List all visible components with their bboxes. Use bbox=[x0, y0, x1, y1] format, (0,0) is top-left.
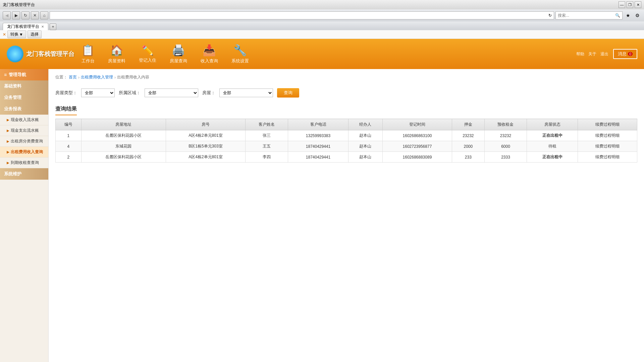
top-right: 帮助 关于 退出 消息 0 bbox=[574, 49, 637, 59]
cash-expense-label: 现金支出流水账 bbox=[11, 128, 39, 133]
translate-btn[interactable]: 转换 ▼ bbox=[7, 31, 26, 38]
restore-btn[interactable]: ❐ bbox=[627, 1, 633, 8]
checkin-icon: ✏️ bbox=[142, 45, 154, 56]
browser-chrome: 龙门客栈管理平台 — ❐ ✕ ◀ ▶ ↻ ✕ ⌂ http://localhos… bbox=[0, 0, 644, 39]
type-label: 房屋类型： bbox=[55, 90, 77, 96]
sidebar-title: 管理导航 bbox=[9, 72, 26, 78]
breadcrumb-parent[interactable]: 出租费用收入管理 bbox=[81, 74, 113, 80]
cell-customer-name: 张三 bbox=[246, 130, 288, 141]
minimize-btn[interactable]: — bbox=[619, 1, 625, 8]
cell-agent: 赵本山 bbox=[348, 141, 382, 152]
col-deposit: 押金 bbox=[452, 119, 484, 130]
query-btn[interactable]: 查询 bbox=[277, 88, 299, 98]
about-link[interactable]: 关于 bbox=[586, 51, 598, 58]
forward-btn[interactable]: ▶ bbox=[12, 11, 20, 19]
cell-room-no: A区4栋2单元801室 bbox=[166, 152, 246, 163]
page-title-bar: 龙门客栈管理平台 bbox=[3, 2, 617, 8]
breadcrumb-label: 位置： bbox=[55, 74, 67, 80]
search-input[interactable] bbox=[558, 13, 614, 18]
cell-customer-name: 王五 bbox=[246, 141, 288, 152]
report-header[interactable]: 业务报表 bbox=[0, 103, 48, 115]
translate-bar: ✕ 转换 ▼ 选择 bbox=[0, 30, 644, 39]
table-body: 1 岳麓区保利花园小区 A区4栋2单元801室 张三 13259993383 赵… bbox=[56, 130, 637, 163]
nav-workbench[interactable]: 📋 工作台 bbox=[74, 39, 101, 69]
type-select[interactable]: 全部 bbox=[81, 88, 115, 97]
translate-label: 转换 bbox=[10, 32, 18, 37]
sidebar-item-cash-income[interactable]: ▶ 现金收入流水账 bbox=[0, 115, 48, 125]
basic-data-label: 基础资料 bbox=[4, 83, 21, 89]
rental-category-label: 出租房分类费查询 bbox=[11, 138, 43, 144]
browser-tab[interactable]: 龙门客栈管理平台 ✕ bbox=[3, 23, 48, 30]
nav-settings[interactable]: 🔧 系统设置 bbox=[225, 39, 256, 69]
home-nav-btn[interactable]: ⌂ bbox=[40, 11, 48, 19]
settings-icon[interactable]: ⚙ bbox=[633, 11, 641, 19]
nav-income[interactable]: 📥 收入查询 bbox=[194, 39, 225, 69]
search-bar: 🔍 bbox=[555, 11, 623, 19]
property-label: 房屋资料 bbox=[108, 58, 125, 64]
message-btn[interactable]: 消息 0 bbox=[613, 49, 637, 59]
tab-bar: 龙门客栈管理平台 ✕ + bbox=[0, 21, 644, 30]
workbench-label: 工作台 bbox=[82, 58, 95, 64]
cell-room-no: A区4栋2单元801室 bbox=[166, 130, 246, 141]
basic-data-header[interactable]: 基础资料 bbox=[0, 80, 48, 92]
sidebar-section-system: 系统维护 bbox=[0, 168, 48, 180]
cell-detail[interactable]: 续费过程明细 bbox=[578, 130, 637, 141]
cell-deposit: 23232 bbox=[452, 130, 484, 141]
favorites-icon[interactable]: ★ bbox=[624, 11, 632, 19]
nav-property[interactable]: 🏠 房屋资料 bbox=[101, 39, 132, 69]
col-address: 房屋地址 bbox=[81, 119, 166, 130]
browser-toolbar: ◀ ▶ ↻ ✕ ⌂ http://localhost:8080/sun/myem… bbox=[0, 9, 644, 21]
table-row[interactable]: 2 岳麓区保利花园小区 A区4栋2单元801室 李四 18740429441 赵… bbox=[56, 152, 637, 163]
arrow-icon-4: ▶ bbox=[7, 150, 9, 154]
sidebar-item-cash-expense[interactable]: ▶ 现金支出流水账 bbox=[0, 125, 48, 136]
col-detail: 续费过程明细 bbox=[578, 119, 637, 130]
arrow-icon-3: ▶ bbox=[7, 139, 9, 143]
help-link[interactable]: 帮助 bbox=[574, 51, 586, 58]
main-content: ≡ 管理导航 基础资料 业务管理 业务报表 ▶ bbox=[0, 69, 644, 362]
back-btn[interactable]: ◀ bbox=[3, 11, 11, 19]
sidebar-item-rental-income[interactable]: ▶ 出租费用收入查询 bbox=[0, 147, 48, 158]
new-tab-btn[interactable]: + bbox=[50, 23, 56, 30]
system-maintain-header[interactable]: 系统维护 bbox=[0, 168, 48, 180]
nav-items: 📋 工作台 🏠 房屋资料 ✏️ 登记入住 🖨️ 房屋查询 📥 收入查询 🔧 bbox=[74, 39, 256, 69]
translate-arrow: ▼ bbox=[19, 32, 23, 37]
results-title: 查询结果 bbox=[55, 106, 77, 115]
cell-detail[interactable]: 续费过程明细 bbox=[578, 141, 637, 152]
address-input[interactable]: http://localhost:8080/sun/myemp/redirect… bbox=[52, 13, 548, 18]
cell-agent: 赵本山 bbox=[348, 152, 382, 163]
breadcrumb-current: 出租费用收入内容 bbox=[117, 74, 149, 80]
table-row[interactable]: 4 东城花园 B区1栋5单元303室 王五 18740429441 赵本山 16… bbox=[56, 141, 637, 152]
sidebar-item-rental-category[interactable]: ▶ 出租房分类费查询 bbox=[0, 136, 48, 147]
room-select[interactable]: 全部 bbox=[219, 88, 273, 97]
cell-detail[interactable]: 续费过程明细 bbox=[578, 152, 637, 163]
sidebar-section-business: 业务管理 bbox=[0, 92, 48, 103]
sidebar-nav-header: ≡ 管理导航 bbox=[0, 69, 48, 80]
col-phone: 客户电话 bbox=[288, 119, 348, 130]
district-select[interactable]: 全部 bbox=[145, 88, 198, 97]
nav-room-query[interactable]: 🖨️ 房屋查询 bbox=[163, 39, 194, 69]
search-icon[interactable]: 🔍 bbox=[615, 13, 620, 18]
select-btn[interactable]: 选择 bbox=[28, 31, 42, 38]
tab-close-btn[interactable]: ✕ bbox=[41, 25, 44, 28]
col-prepaid: 预收租金 bbox=[484, 119, 527, 130]
refresh-btn[interactable]: ↻ bbox=[21, 11, 30, 19]
logout-link[interactable]: 退出 bbox=[598, 51, 610, 58]
address-bar: http://localhost:8080/sun/myemp/redirect… bbox=[50, 11, 554, 19]
cash-income-label: 现金收入流水账 bbox=[11, 117, 39, 123]
table-row[interactable]: 1 岳麓区保利花园小区 A区4栋2单元801室 张三 13259993383 赵… bbox=[56, 130, 637, 141]
message-count: 0 bbox=[628, 52, 633, 56]
nav-checkin[interactable]: ✏️ 登记入住 bbox=[132, 39, 163, 69]
breadcrumb-home[interactable]: 首页 bbox=[69, 74, 77, 80]
translate-icon: ✕ bbox=[3, 32, 6, 37]
business-mgmt-label: 业务管理 bbox=[4, 95, 21, 101]
cell-status: 正在出租中 bbox=[527, 152, 578, 163]
col-customer-name: 客户姓名 bbox=[246, 119, 288, 130]
stop-btn[interactable]: ✕ bbox=[31, 11, 39, 19]
sidebar-item-due-rent[interactable]: ▶ 到期收租查查询 bbox=[0, 158, 48, 168]
cell-address: 东城花园 bbox=[81, 141, 166, 152]
col-agent: 经办人 bbox=[348, 119, 382, 130]
room-query-icon: 🖨️ bbox=[172, 44, 185, 57]
select-label: 选择 bbox=[31, 32, 39, 37]
close-btn[interactable]: ✕ bbox=[635, 1, 641, 8]
business-mgmt-header[interactable]: 业务管理 bbox=[0, 92, 48, 103]
